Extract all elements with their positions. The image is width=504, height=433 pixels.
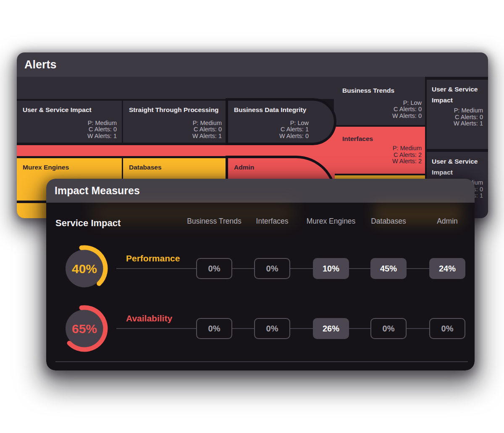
tile-title: User & Service Impact xyxy=(23,106,92,114)
tile-title: Interfaces xyxy=(342,135,373,143)
tile-stats: P: Medium C Alerts: 0 W Alerts: 1 xyxy=(192,120,222,140)
tile-stats: P: Medium C Alerts: 0 W Alerts: 1 xyxy=(454,107,483,127)
tile-title: User & Service Impact xyxy=(432,84,479,106)
impact-body: Service Impact Business Trends Interface… xyxy=(46,203,475,370)
impact-title: Impact Measures xyxy=(55,179,140,203)
tile-title: User & Service Impact xyxy=(432,156,479,178)
tile-interfaces[interactable]: Interfaces P: Medium C Alerts: 2 W Alert… xyxy=(312,127,425,174)
alert-flow-red-band xyxy=(17,145,335,156)
tile-title: Databases xyxy=(129,164,162,171)
value-box-availability-databases[interactable]: 0% xyxy=(370,318,407,339)
value-box-availability-murex-engines[interactable]: 26% xyxy=(313,318,349,339)
tile-title: Business Trends xyxy=(342,87,394,94)
bottom-divider xyxy=(55,361,468,362)
tile-title: Business Data Integrity xyxy=(234,106,306,114)
tile-user-service-impact-top[interactable]: User & Service Impact P: Medium C Alerts… xyxy=(17,101,122,143)
impact-title-bar: Impact Measures xyxy=(46,179,475,203)
service-impact-heading: Service Impact xyxy=(55,218,121,229)
tile-straight-through-processing[interactable]: Straight Through Processing P: Medium C … xyxy=(123,101,227,143)
column-header-interfaces: Interfaces xyxy=(243,209,302,233)
tile-stats: P: Low C Alerts: 1 W Alerts: 0 xyxy=(279,120,309,140)
tile-business-trends[interactable]: Business Trends P: Low C Alerts: 0 W Ale… xyxy=(334,77,425,125)
availability-label: Availability xyxy=(126,313,172,323)
tile-user-service-impact-right[interactable]: User & Service Impact P: Medium C Alerts… xyxy=(427,80,488,149)
value-box-performance-business-trends[interactable]: 0% xyxy=(196,258,232,279)
value-box-performance-interfaces[interactable]: 0% xyxy=(254,258,290,279)
dashboard: Alerts Business Trends P: Low C Alerts: … xyxy=(0,0,504,433)
donut-percent: 65% xyxy=(72,322,97,336)
column-header-databases: Databases xyxy=(359,209,418,233)
value-box-performance-admin[interactable]: 24% xyxy=(429,258,465,279)
tile-stats: P: Medium C Alerts: 0 W Alerts: 1 xyxy=(87,120,117,140)
donut-percent: 40% xyxy=(72,262,97,276)
value-box-availability-business-trends[interactable]: 0% xyxy=(196,318,232,339)
alerts-title: Alerts xyxy=(24,52,57,77)
column-header-murex-engines: Murex Engines xyxy=(302,209,360,233)
tile-stats: P: Low C Alerts: 0 W Alerts: 0 xyxy=(392,100,422,120)
value-box-performance-murex-engines[interactable]: 10% xyxy=(313,258,349,279)
value-box-availability-interfaces[interactable]: 0% xyxy=(254,318,290,339)
tile-title: Murex Engines xyxy=(23,164,69,171)
alerts-title-bar: Alerts xyxy=(17,52,488,77)
tile-title: Admin xyxy=(234,164,254,171)
performance-label: Performance xyxy=(126,253,180,263)
tile-stats: P: Medium C Alerts: 2 W Alerts: 2 xyxy=(392,145,422,165)
value-box-performance-databases[interactable]: 45% xyxy=(370,258,407,279)
value-box-availability-admin[interactable]: 0% xyxy=(429,318,465,339)
column-header-business-trends: Business Trends xyxy=(185,209,244,233)
column-header-admin: Admin xyxy=(418,209,475,233)
tile-title: Straight Through Processing xyxy=(129,106,219,114)
impact-measures-panel: Impact Measures Service Impact Business … xyxy=(46,179,475,370)
performance-donut: 40% xyxy=(59,243,110,294)
availability-donut: 65% xyxy=(59,303,110,354)
